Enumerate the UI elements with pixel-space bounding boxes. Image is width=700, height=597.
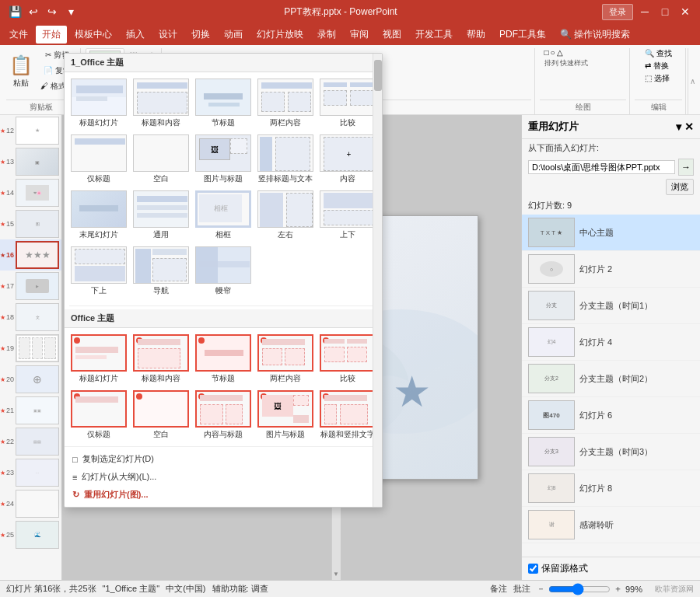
right-panel-menu-button[interactable]: ▾ (676, 120, 681, 133)
slide-thumb-14[interactable]: 14 ❤🌸 ★ (0, 177, 61, 208)
layout-title-slide[interactable]: 标题幻灯片 (69, 77, 128, 130)
shape-button[interactable]: □ (544, 48, 549, 57)
menu-animations[interactable]: 动画 (218, 26, 249, 44)
office-layout-9[interactable]: 🖼 图片与标题 (256, 389, 315, 442)
copy-slide-item[interactable]: □ 复制选定幻灯片(D) (69, 450, 377, 468)
right-slide-item-7[interactable]: 分支3 分支主题（时间3） (522, 434, 700, 470)
slide-thumb-22[interactable]: 22 ▤▤ ★ (0, 426, 61, 457)
slide-thumb-20[interactable]: 20 ⊕ ★ (0, 364, 61, 395)
minimize-button[interactable]: ─ (636, 3, 653, 20)
office-layout-8[interactable]: 内容与标题 (194, 389, 253, 442)
menu-transitions[interactable]: 切换 (185, 26, 216, 44)
undo-button[interactable]: ↩ (25, 3, 42, 20)
menu-file[interactable]: 文件 (3, 26, 34, 44)
menu-devtools[interactable]: 开发工具 (409, 26, 459, 44)
right-slide-item-8[interactable]: 幻8 幻灯片 8 (522, 470, 700, 507)
notes-button[interactable]: 备注 (490, 583, 507, 595)
slide-thumb-13[interactable]: 13 ▣ ★ (0, 146, 61, 177)
menu-template[interactable]: 模板中心 (68, 26, 118, 44)
office-layout-5[interactable]: 比较 (318, 333, 377, 386)
layout-two-content[interactable]: 两栏内容 (256, 77, 315, 130)
layout-curtain[interactable]: 幔帘 (194, 245, 253, 298)
right-slide-item-3[interactable]: 分支 分支主题（时间1） (522, 288, 700, 324)
qa-dropdown[interactable]: ▾ (62, 3, 79, 20)
select-button[interactable]: ⬚ 选择 (645, 73, 670, 84)
right-slide-item-2[interactable]: ○ 幻灯片 2 (522, 251, 700, 288)
layout-nav[interactable]: 导航 (131, 245, 191, 298)
zoom-slider[interactable] (548, 583, 611, 595)
dropdown-scrollbar[interactable] (373, 54, 382, 507)
menu-help[interactable]: 帮助 (460, 26, 492, 44)
layout-down-up[interactable]: 下上 (69, 245, 128, 298)
go-button[interactable]: → (678, 159, 694, 176)
keep-format-checkbox[interactable] (528, 564, 538, 574)
right-slide-item-9[interactable]: 谢 感谢聆听 (522, 507, 700, 543)
slide-thumb-19[interactable]: 19 ★ (0, 333, 61, 364)
shape3-button[interactable]: △ (557, 48, 563, 57)
paste-button[interactable]: 📋 粘贴 (6, 48, 36, 95)
office-layout-1[interactable]: 标题幻灯片 (69, 333, 128, 386)
slide-thumb-24[interactable]: 24 ★ (0, 488, 61, 519)
replace-button[interactable]: ⇄ 替换 (645, 61, 669, 72)
menu-home[interactable]: 开始 (36, 26, 67, 44)
layout-title-content[interactable]: 标题和内容 (131, 77, 191, 130)
maximize-button[interactable]: □ (656, 3, 674, 20)
right-panel-close-button[interactable]: ✕ (684, 120, 694, 133)
star-icon-25: ★ (0, 532, 5, 539)
layout-title-only[interactable]: 仅标题 (69, 133, 128, 186)
office-layout-3[interactable]: 节标题 (194, 333, 253, 386)
slide-thumb-16[interactable]: 16 ★★★ ★ (0, 239, 61, 271)
shape2-button[interactable]: ○ (551, 48, 555, 57)
browse-button[interactable]: 浏览 (666, 179, 694, 195)
layout-frame[interactable]: 相框 相框 (194, 189, 253, 242)
layout-left-right[interactable]: 左右 (256, 189, 315, 242)
layout-vertical-title[interactable]: 竖排标题与文本 (256, 133, 315, 186)
outline-slide-item[interactable]: ≡ 幻灯片(从大纲)(L)... (69, 468, 377, 486)
menu-search[interactable]: 🔍 操作说明搜索 (554, 26, 636, 44)
layout-section-title[interactable]: 节标题 (194, 77, 253, 130)
menu-view[interactable]: 视图 (376, 26, 408, 44)
menu-insert[interactable]: 插入 (120, 26, 151, 44)
save-button[interactable]: 💾 (6, 3, 23, 20)
menu-pdf[interactable]: PDF工具集 (493, 26, 552, 44)
layout-end-slide[interactable]: 末尾幻灯片 (69, 189, 128, 242)
ribbon-collapse-button[interactable]: ∧ (688, 48, 697, 114)
close-button[interactable]: ✕ (677, 3, 694, 20)
right-slide-item-4[interactable]: 幻4 幻灯片 4 (522, 324, 700, 361)
slide-thumb-12[interactable]: 12 ★ ★ (0, 115, 61, 146)
layout-up-down[interactable]: 上下 (318, 189, 377, 242)
find-button[interactable]: 🔍 查找 (645, 48, 672, 59)
slide-thumb-23[interactable]: 23 ··· ★ (0, 457, 61, 488)
scroll-down-button[interactable]: ▼ (332, 569, 340, 578)
right-slide-item-1[interactable]: T X T ★ 中心主题 (522, 215, 700, 251)
layout-compare[interactable]: 比较 (318, 77, 377, 130)
layout-picture-title[interactable]: 🖼 图片与标题 (194, 133, 253, 186)
menu-slideshow[interactable]: 幻灯片放映 (250, 26, 310, 44)
menu-record[interactable]: 录制 (311, 26, 342, 44)
slide-thumb-21[interactable]: 21 ▣▣ ★ (0, 395, 61, 426)
menu-design[interactable]: 设计 (152, 26, 184, 44)
right-slide-item-6[interactable]: 图470 幻灯片 6 (522, 397, 700, 434)
reuse-slide-item[interactable]: ↻ 重用幻灯片(图)... (69, 486, 377, 504)
slide-thumb-17[interactable]: 17 ▶ ★ (0, 271, 61, 302)
zoom-in-button[interactable]: ＋ (614, 583, 622, 595)
comments-button[interactable]: 批注 (513, 583, 530, 595)
dropdown-scroll-thumb[interactable] (374, 60, 382, 91)
office-layout-10[interactable]: 标题和竖排文字 (318, 389, 377, 442)
slide-thumb-25[interactable]: 25 🌊 ★ (0, 519, 61, 550)
slide-thumb-18[interactable]: 18 文 ★ (0, 302, 61, 333)
office-layout-7[interactable]: 空白 (131, 389, 191, 442)
zoom-out-button[interactable]: － (537, 583, 545, 595)
file-path-input[interactable] (528, 160, 675, 174)
office-layout-6[interactable]: 仅标题 (69, 389, 128, 442)
layout-content[interactable]: + 内容 (318, 133, 377, 186)
redo-button[interactable]: ↪ (44, 3, 61, 20)
slide-thumb-15[interactable]: 15 图 ★ (0, 208, 61, 239)
office-layout-2[interactable]: 标题和内容 (131, 333, 191, 386)
layout-blank[interactable]: 空白 (131, 133, 191, 186)
layout-general[interactable]: 通用 (131, 189, 191, 242)
login-button[interactable]: 登录 (602, 4, 633, 20)
menu-review[interactable]: 审阅 (344, 26, 375, 44)
right-slide-item-5[interactable]: 分支2 分支主题（时间2） (522, 361, 700, 397)
office-layout-4[interactable]: 两栏内容 (256, 333, 315, 386)
